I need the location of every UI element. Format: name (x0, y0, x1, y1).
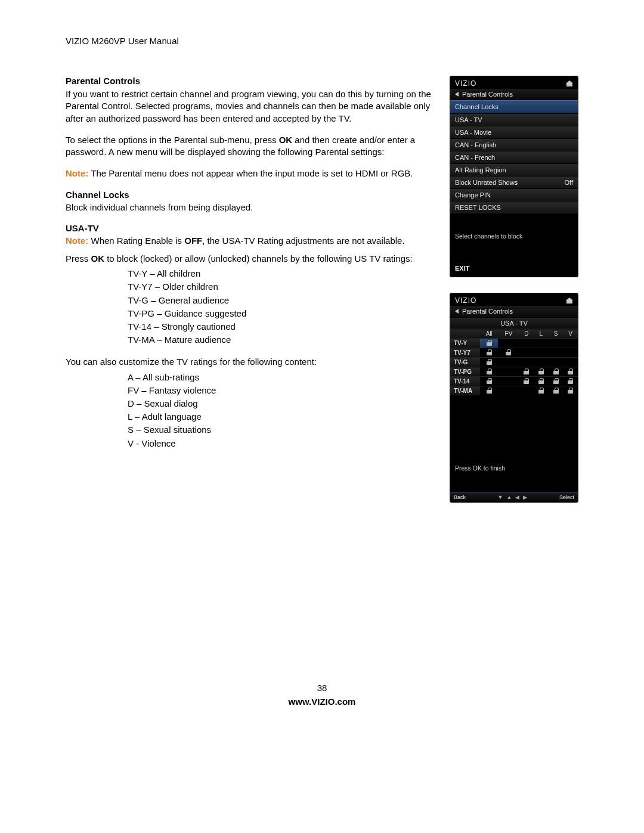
osd-parental-menu: VIZIO Parental Controls Channel Locks US… (450, 76, 578, 277)
block-unrated-value: Off (565, 179, 573, 186)
note-label: Note: (66, 168, 88, 178)
lock-icon (553, 368, 559, 374)
osd-exit[interactable]: EXIT (450, 261, 578, 277)
btn-select[interactable]: Select (559, 494, 574, 500)
lock-icon (524, 378, 529, 383)
osd-hint-text: Select channels to block (450, 229, 578, 243)
lock-icon (553, 378, 559, 383)
home-icon[interactable] (566, 298, 573, 304)
osd-hint-text: Press OK to finish (450, 461, 578, 475)
page-number: 38 (66, 682, 578, 695)
manual-title: VIZIO M260VP User Manual (66, 36, 578, 46)
heading-usa-tv: USA-TV (66, 223, 436, 233)
col-d: D (519, 329, 534, 339)
lock-icon (487, 340, 492, 345)
lock-icon (568, 388, 573, 393)
btn-back[interactable]: Back (454, 494, 466, 500)
note-label: Note: (66, 236, 88, 246)
lock-icon (568, 368, 573, 374)
menu-item-reset-locks[interactable]: RESET LOCKS (450, 201, 578, 213)
lock-icon (524, 368, 529, 374)
back-arrow-icon[interactable] (455, 92, 459, 97)
col-v: V (563, 329, 578, 339)
menu-item-alt-rating[interactable]: Alt Rating Region (450, 163, 578, 176)
row-tvpg[interactable]: TV-PG (450, 367, 578, 377)
para-select-options: To select the options in the Parental su… (66, 134, 436, 159)
lock-icon (487, 368, 492, 374)
col-l: L (534, 329, 549, 339)
row-tvma[interactable]: TV-MA (450, 386, 578, 396)
osd-brand: VIZIO (455, 296, 476, 305)
lock-icon (538, 388, 544, 393)
osd-breadcrumb: Parental Controls (462, 91, 513, 98)
col-all: All (480, 329, 498, 339)
lock-icon (553, 388, 559, 393)
menu-item-usa-tv[interactable]: USA - TV (450, 113, 578, 126)
lock-icon (487, 359, 492, 364)
lock-icon (487, 388, 492, 393)
lock-icon (506, 349, 511, 355)
menu-item-change-pin[interactable]: Change PIN (450, 188, 578, 201)
osd-bottom-bar: Back ▼▲◀▶ Select (450, 492, 578, 502)
menu-item-can-french[interactable]: CAN - French (450, 151, 578, 163)
col-fv: FV (498, 329, 519, 339)
rating-grid: All FV D L S V TV-Y (450, 329, 578, 395)
ratings-list: TV-Y – All children TV-Y7 – Older childr… (128, 267, 436, 346)
home-icon[interactable] (566, 80, 573, 86)
nav-arrows[interactable]: ▼▲◀▶ (496, 494, 530, 500)
heading-parental-controls: Parental Controls (66, 76, 436, 86)
lock-icon (538, 378, 544, 383)
page-footer: 38 www.VIZIO.com (66, 682, 578, 708)
lock-icon (538, 368, 544, 374)
col-s: S (549, 329, 564, 339)
osd-usa-tv-grid: VIZIO Parental Controls USA - TV All FV … (450, 293, 578, 503)
para-usa-tv-note: Note: When Rating Enable is OFF, the USA… (66, 235, 436, 247)
menu-item-block-unrated[interactable]: Block Unrated Shows Off (450, 176, 578, 188)
row-tvg[interactable]: TV-G (450, 358, 578, 367)
content-list: A – All sub-ratings FV – Fantasy violenc… (128, 371, 436, 450)
menu-item-usa-movie[interactable]: USA - Movie (450, 126, 578, 138)
footer-url: www.VIZIO.com (66, 695, 578, 709)
osd-brand: VIZIO (455, 79, 476, 88)
back-arrow-icon[interactable] (455, 309, 459, 314)
row-tvy[interactable]: TV-Y (450, 339, 578, 348)
document-body: Parental Controls If you want to restric… (66, 76, 436, 460)
para-custom-content: You can also customize the TV ratings fo… (66, 356, 436, 368)
lock-icon (487, 349, 492, 355)
osd-breadcrumb: Parental Controls (462, 308, 513, 315)
menu-item-can-english[interactable]: CAN - English (450, 138, 578, 151)
lock-icon (568, 378, 573, 383)
para-channel-locks: Block individual channels from being dis… (66, 202, 436, 213)
para-usa-tv-press-ok: Press OK to block (locked) or allow (unl… (66, 253, 436, 265)
para-intro: If you want to restrict certain channel … (66, 88, 436, 125)
menu-item-channel-locks[interactable]: Channel Locks (450, 100, 578, 113)
row-tvy7[interactable]: TV-Y7 (450, 348, 578, 358)
para-note-hdmi: Note: The Parental menu does not appear … (66, 168, 436, 179)
lock-icon (487, 378, 492, 383)
row-tv14[interactable]: TV-14 (450, 377, 578, 386)
osd-subhead: USA - TV (450, 317, 578, 329)
heading-channel-locks: Channel Locks (66, 190, 436, 200)
